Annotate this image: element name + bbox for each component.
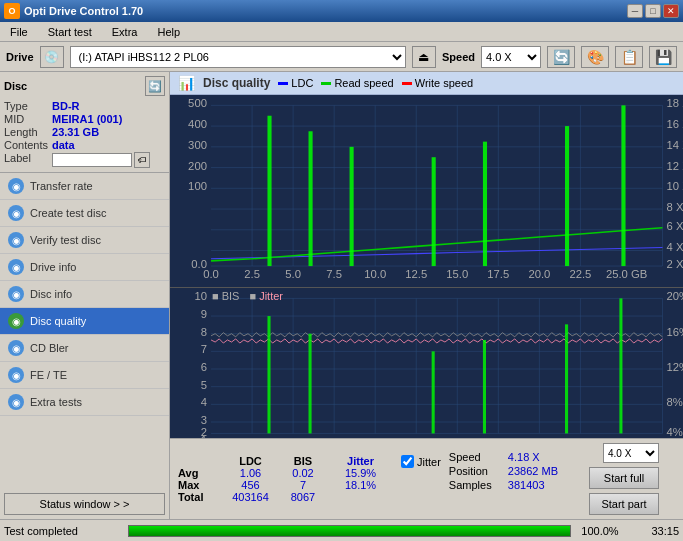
col-ldc: LDC [223, 455, 278, 467]
progress-bar-fill [129, 526, 570, 536]
sidebar-item-label: Extra tests [30, 396, 82, 408]
sidebar-item-verify-test-disc[interactable]: ◉ Verify test disc [0, 227, 169, 254]
svg-text:100: 100 [188, 180, 207, 192]
svg-rect-52 [621, 105, 625, 266]
menu-help[interactable]: Help [151, 24, 186, 40]
sidebar-item-create-test-disc[interactable]: ◉ Create test disc [0, 200, 169, 227]
mid-value: MEIRA1 (001) [52, 113, 165, 125]
col-bis: BIS [278, 455, 328, 467]
svg-text:5: 5 [201, 378, 207, 390]
svg-text:15.0: 15.0 [446, 436, 468, 438]
right-panel: 📊 Disc quality LDC Read speed Write spee… [170, 72, 683, 519]
svg-text:16%: 16% [667, 326, 683, 338]
fe-te-icon: ◉ [8, 367, 24, 383]
sidebar-item-transfer-rate[interactable]: ◉ Transfer rate [0, 173, 169, 200]
label-icon-btn[interactable]: 🏷 [134, 152, 150, 168]
svg-text:2.5: 2.5 [244, 268, 260, 280]
write-speed-dot [402, 82, 412, 85]
top-chart-svg: 500 400 300 200 100 0.0 18 X 16 X 14 X 1… [170, 95, 683, 287]
jitter-checkbox-area: Jitter [401, 455, 441, 468]
svg-text:16 X: 16 X [667, 118, 683, 130]
disc-quality-icon: ◉ [8, 313, 24, 329]
mid-label: MID [4, 113, 48, 125]
speed-select[interactable]: 4.0 X [481, 46, 541, 68]
chart-legend: LDC Read speed Write speed [278, 77, 473, 89]
svg-text:300: 300 [188, 139, 207, 151]
drive-info-icon: ◉ [8, 259, 24, 275]
type-label: Type [4, 100, 48, 112]
eject-button[interactable]: ⏏ [412, 46, 436, 68]
drive-label: Drive [6, 51, 34, 63]
save-button[interactable]: 💾 [649, 46, 677, 68]
svg-rect-103 [565, 324, 568, 433]
bis-legend-label: ■ BIS [212, 290, 239, 302]
row-max-ldc: 456 [223, 479, 278, 491]
stats-area: LDC BIS Jitter Avg 1.06 0.02 15.9% Max 4… [170, 438, 683, 519]
read-speed-label: Read speed [334, 77, 393, 89]
jitter-checkbox[interactable] [401, 455, 414, 468]
info-button[interactable]: 📋 [615, 46, 643, 68]
sidebar-item-extra-tests[interactable]: ◉ Extra tests [0, 389, 169, 416]
svg-text:5.0: 5.0 [285, 268, 301, 280]
row-max-bis: 7 [278, 479, 328, 491]
drive-icon-btn[interactable]: 💿 [40, 46, 64, 68]
disc-section: Disc 🔄 Type BD-R MID MEIRA1 (001) Length… [0, 72, 169, 173]
svg-text:8: 8 [201, 326, 207, 338]
disc-refresh-button[interactable]: 🔄 [145, 76, 165, 96]
legend-write-speed: Write speed [402, 77, 474, 89]
speed-dropdown[interactable]: 4.0 X [603, 443, 659, 463]
sidebar-item-label: FE / TE [30, 369, 67, 381]
row-max-jitter: 18.1% [328, 479, 393, 491]
position-val: 23862 MB [508, 465, 573, 477]
menu-extra[interactable]: Extra [106, 24, 144, 40]
type-value: BD-R [52, 100, 165, 112]
row-max-label: Max [178, 479, 223, 491]
minimize-button[interactable]: ─ [627, 4, 643, 18]
chart-header: 📊 Disc quality LDC Read speed Write spee… [170, 72, 683, 95]
svg-rect-47 [309, 131, 313, 266]
refresh-button[interactable]: 🔄 [547, 46, 575, 68]
app-title: Opti Drive Control 1.70 [24, 5, 623, 17]
sidebar-item-disc-info[interactable]: ◉ Disc info [0, 281, 169, 308]
disc-color-button[interactable]: 🎨 [581, 46, 609, 68]
sidebar-item-disc-quality[interactable]: ◉ Disc quality [0, 308, 169, 335]
jitter-legend-label: ■ Jitter [249, 290, 283, 302]
status-window-button[interactable]: Status window > > [4, 493, 165, 515]
menubar: File Start test Extra Help [0, 22, 683, 42]
drive-select[interactable]: (I:) ATAPI iHBS112 2 PL06 [70, 46, 406, 68]
sidebar-item-cd-bler[interactable]: ◉ CD Bler [0, 335, 169, 362]
menu-start-test[interactable]: Start test [42, 24, 98, 40]
menu-file[interactable]: File [4, 24, 34, 40]
legend-ldc: LDC [278, 77, 313, 89]
main-content: Disc 🔄 Type BD-R MID MEIRA1 (001) Length… [0, 72, 683, 519]
row-total-bis: 8067 [278, 491, 328, 503]
disc-info-grid: Type BD-R MID MEIRA1 (001) Length 23.31 … [4, 100, 165, 168]
speed-val: 4.18 X [508, 451, 573, 463]
start-full-button[interactable]: Start full [589, 467, 659, 489]
svg-text:12%: 12% [667, 361, 683, 373]
elapsed-time: 33:15 [629, 525, 679, 537]
label-input[interactable] [52, 153, 132, 167]
col-jitter: Jitter [328, 455, 393, 467]
top-chart: 500 400 300 200 100 0.0 18 X 16 X 14 X 1… [170, 95, 683, 288]
svg-rect-100 [309, 334, 312, 434]
svg-text:20.0: 20.0 [528, 436, 550, 438]
svg-text:9: 9 [201, 308, 207, 320]
contents-value: data [52, 139, 165, 151]
close-button[interactable]: ✕ [663, 4, 679, 18]
svg-text:25.0 GB: 25.0 GB [606, 436, 647, 438]
svg-text:10.0: 10.0 [364, 436, 386, 438]
svg-text:18 X: 18 X [667, 97, 683, 109]
start-part-button[interactable]: Start part [589, 493, 659, 515]
svg-text:7: 7 [201, 343, 207, 355]
sidebar-item-fe-te[interactable]: ◉ FE / TE [0, 362, 169, 389]
titlebar-buttons: ─ □ ✕ [627, 4, 679, 18]
maximize-button[interactable]: □ [645, 4, 661, 18]
svg-text:20%: 20% [667, 290, 683, 302]
svg-rect-51 [565, 126, 569, 266]
legend-read-speed: Read speed [321, 77, 393, 89]
sidebar-item-drive-info[interactable]: ◉ Drive info [0, 254, 169, 281]
svg-text:10.0: 10.0 [364, 268, 386, 280]
sidebar-item-label: Disc quality [30, 315, 86, 327]
create-test-icon: ◉ [8, 205, 24, 221]
